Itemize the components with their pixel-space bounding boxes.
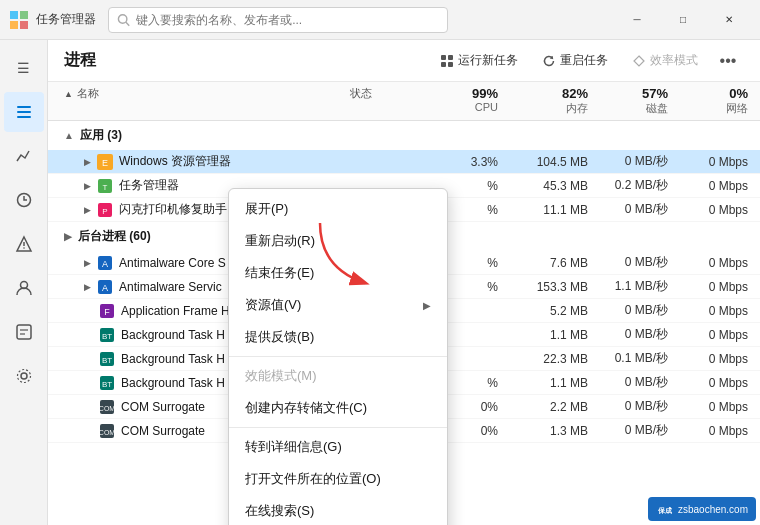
section-chevron-apps[interactable]: ▲: [64, 130, 74, 141]
svg-rect-3: [20, 21, 28, 29]
search-box[interactable]: [108, 7, 448, 33]
run-new-task-button[interactable]: 运行新任务: [430, 48, 528, 73]
svg-text:A: A: [102, 259, 108, 269]
efficiency-mode-button[interactable]: 效率模式: [622, 48, 708, 73]
process-icon: A: [97, 255, 113, 271]
ctx-restart[interactable]: 重新启动(R): [229, 225, 447, 257]
app-title: 任务管理器: [36, 11, 96, 28]
table-row[interactable]: ▶ E Windows 资源管理器 3.3% 104.5 MB 0 MB/秒 0…: [48, 150, 760, 174]
process-icon: BT: [99, 327, 115, 343]
col-cpu[interactable]: 99% CPU: [430, 86, 510, 116]
svg-rect-21: [441, 62, 446, 67]
context-menu-separator: [229, 356, 447, 357]
process-name: ▶ E Windows 资源管理器: [64, 153, 350, 170]
close-button[interactable]: ✕: [706, 0, 752, 40]
ctx-resource[interactable]: 资源值(V) ▶: [229, 289, 447, 321]
sidebar-item-users[interactable]: [4, 268, 44, 308]
window-controls: ─ □ ✕: [614, 0, 752, 40]
sidebar-item-processes[interactable]: [4, 92, 44, 132]
svg-text:P: P: [102, 207, 107, 216]
svg-point-18: [17, 370, 30, 383]
section-chevron-background[interactable]: ▶: [64, 231, 72, 242]
svg-text:T: T: [103, 183, 108, 192]
ctx-search-online[interactable]: 在线搜索(S): [229, 495, 447, 525]
maximize-button[interactable]: □: [660, 0, 706, 40]
sidebar-item-performance[interactable]: [4, 136, 44, 176]
ctx-expand[interactable]: 展开(P): [229, 193, 447, 225]
watermark-text: zsbaochen.com: [678, 504, 748, 515]
svg-text:E: E: [102, 158, 108, 168]
process-icon: COM: [99, 399, 115, 415]
context-menu: 展开(P) 重新启动(R) 结束任务(E) 资源值(V) ▶ 提供反馈(B) 效…: [228, 188, 448, 525]
more-options-button[interactable]: •••: [712, 45, 744, 77]
col-network[interactable]: 0% 网络: [680, 86, 760, 116]
ctx-efficiency[interactable]: 效能模式(M): [229, 360, 447, 392]
process-icon: COM: [99, 423, 115, 439]
svg-point-12: [23, 247, 25, 249]
svg-text:BT: BT: [102, 332, 112, 341]
restart-icon: [542, 54, 556, 68]
ctx-details[interactable]: 转到详细信息(G): [229, 431, 447, 463]
svg-rect-1: [20, 11, 28, 19]
minimize-button[interactable]: ─: [614, 0, 660, 40]
ctx-open-location[interactable]: 打开文件所在的位置(O): [229, 463, 447, 495]
context-menu-separator-2: [229, 427, 447, 428]
submenu-arrow-icon: ▶: [423, 300, 431, 311]
svg-text:F: F: [104, 307, 110, 317]
col-name[interactable]: ▲ 名称: [64, 86, 350, 116]
process-icon: F: [99, 303, 115, 319]
svg-text:COM: COM: [99, 405, 115, 412]
svg-rect-6: [17, 106, 31, 108]
efficiency-icon: [632, 54, 646, 68]
search-input[interactable]: [136, 13, 439, 27]
sidebar-item-startup[interactable]: [4, 224, 44, 264]
process-icon: T: [97, 178, 113, 194]
svg-line-5: [126, 22, 129, 25]
svg-text:A: A: [102, 283, 108, 293]
process-icon: A: [97, 279, 113, 295]
svg-rect-8: [17, 116, 31, 118]
search-icon: [117, 13, 130, 27]
svg-text:BT: BT: [102, 380, 112, 389]
col-status[interactable]: 状态: [350, 86, 430, 116]
page-title: 进程: [64, 50, 96, 71]
watermark: 保成 zsbaochen.com: [648, 497, 756, 521]
svg-text:BT: BT: [102, 356, 112, 365]
svg-rect-7: [17, 111, 31, 113]
toolbar: 进程 运行新任务 重启任务: [48, 40, 760, 82]
process-icon: BT: [99, 351, 115, 367]
svg-rect-20: [448, 55, 453, 60]
table-header: ▲ 名称 状态 99% CPU 82% 内存 57% 磁盘 0% 网络: [48, 82, 760, 121]
sidebar-item-details[interactable]: [4, 312, 44, 352]
process-icon: E: [97, 154, 113, 170]
process-icon: P: [97, 202, 113, 218]
ctx-end-task[interactable]: 结束任务(E): [229, 257, 447, 289]
col-disk[interactable]: 57% 磁盘: [600, 86, 680, 116]
restart-task-button[interactable]: 重启任务: [532, 48, 618, 73]
svg-rect-0: [10, 11, 18, 19]
sidebar-item-menu[interactable]: ☰: [4, 48, 44, 88]
ctx-feedback[interactable]: 提供反馈(B): [229, 321, 447, 353]
col-memory[interactable]: 82% 内存: [510, 86, 600, 116]
svg-point-17: [21, 373, 27, 379]
process-icon: BT: [99, 375, 115, 391]
app-icon: [8, 9, 30, 31]
title-bar: 任务管理器 ─ □ ✕: [0, 0, 760, 40]
ctx-dump[interactable]: 创建内存转储文件(C): [229, 392, 447, 424]
svg-rect-22: [448, 62, 453, 67]
svg-rect-2: [10, 21, 18, 29]
run-icon: [440, 54, 454, 68]
svg-rect-19: [441, 55, 446, 60]
svg-rect-14: [17, 325, 31, 339]
sidebar-item-history[interactable]: [4, 180, 44, 220]
sidebar: ☰: [0, 40, 48, 525]
sidebar-item-services[interactable]: [4, 356, 44, 396]
svg-text:保成: 保成: [657, 506, 673, 514]
section-apps[interactable]: ▲ 应用 (3): [48, 121, 760, 150]
svg-text:COM: COM: [99, 429, 115, 436]
svg-point-4: [118, 14, 126, 22]
watermark-logo-icon: 保成: [656, 500, 674, 518]
